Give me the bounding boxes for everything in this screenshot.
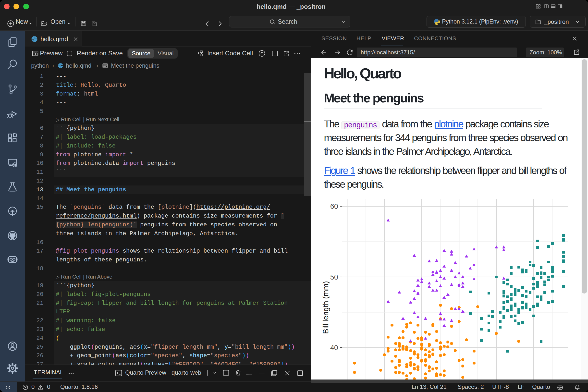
svg-text:50: 50 [330, 273, 338, 281]
svg-text:60: 60 [330, 202, 338, 210]
svg-text:40: 40 [330, 344, 338, 352]
